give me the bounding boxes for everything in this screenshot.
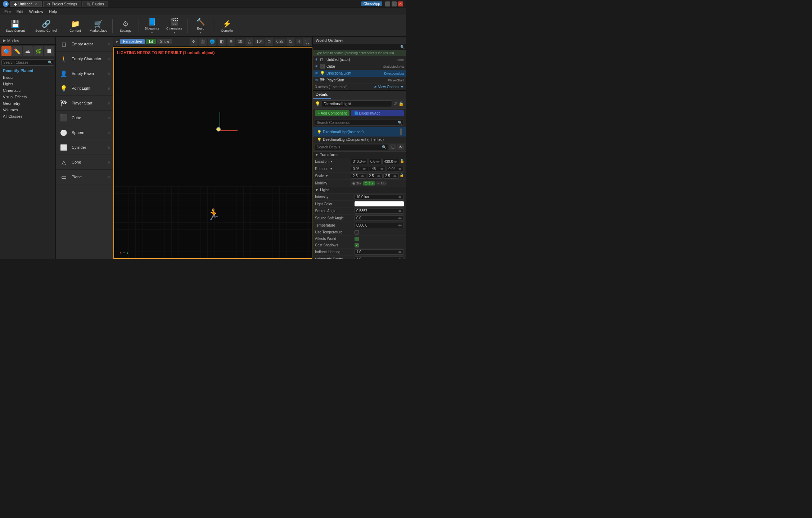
tab-untitled[interactable]: ◆ Untitled* ✕ — [10, 1, 42, 7]
place-item-empty-character[interactable]: 🚶 Empty Character ⊕ — [56, 52, 113, 66]
marketplace-button[interactable]: 🛒 Marketplace — [87, 17, 110, 35]
location-x-value[interactable]: 340.0 ◀▶ — [351, 159, 368, 164]
lit-button[interactable]: Lit — [146, 39, 156, 44]
place-item-plane[interactable]: ▭ Plane ⊕ — [56, 170, 113, 184]
source-angle-value[interactable]: 0.5357 ◀▶ — [355, 208, 404, 214]
details-search-container[interactable]: 🔍 — [315, 144, 388, 150]
mode-place-button[interactable]: 🔷 — [1, 46, 12, 56]
viewport-expand-icon[interactable]: ▼ — [115, 40, 119, 44]
transform-section-header[interactable]: ▼ Transform — [313, 152, 406, 158]
scale-z-value[interactable]: 2.5 ◀▶ — [383, 173, 399, 179]
tab-project-settings[interactable]: ⚙ Project Settings — [43, 1, 81, 7]
place-item-cone[interactable]: △ Cone ⊕ — [56, 155, 113, 170]
menu-help[interactable]: Help — [46, 9, 60, 14]
settings-button[interactable]: ⚙ Settings — [115, 17, 136, 35]
outliner-item-cube[interactable]: 👁 ⬛ Cube StaticMeshAct — [313, 63, 406, 70]
use-temperature-checkbox[interactable] — [355, 230, 359, 235]
scale-icon[interactable]: ⊡ — [265, 38, 273, 46]
details-name-input[interactable] — [322, 101, 392, 107]
save-current-button[interactable]: 💾 Save Current — [3, 17, 28, 35]
mode-foliage-button[interactable]: 🌿 — [33, 46, 44, 56]
outliner-item-untitled[interactable]: 👁 ◻ Untitled (actor) none — [313, 56, 406, 63]
details-tab[interactable]: Details — [313, 91, 331, 99]
source-soft-angle-value[interactable]: 0.0 ◀▶ — [355, 215, 404, 221]
place-item-cube[interactable]: ⬛ Cube ⊕ — [56, 111, 113, 125]
outliner-search-container[interactable]: 🔍 — [313, 44, 406, 50]
temperature-value[interactable]: 6500.0 ◀▶ — [355, 223, 404, 228]
mobility-stationary-button[interactable]: ⬡ Sta — [363, 181, 375, 186]
location-z-value[interactable]: 430.0 ◀▶ — [382, 159, 399, 164]
content-button[interactable]: 📁 Content — [64, 17, 86, 35]
viewport-3d[interactable]: LIGHTING NEEDS TO BE REBUILT (1 unbuilt … — [113, 47, 312, 259]
scrollbar[interactable] — [400, 128, 402, 135]
add-component-button[interactable]: + Add Component — [315, 110, 349, 116]
scale-lock-icon[interactable]: 🔒 — [400, 173, 404, 179]
outliner-item-directional-light[interactable]: 👁 💡 DirectionalLight DirectionalLig — [313, 70, 406, 77]
close-button[interactable]: ✕ — [398, 1, 403, 6]
category-visual-effects[interactable]: Visual Effects — [0, 94, 55, 100]
location-label[interactable]: Location ▼ — [315, 160, 351, 164]
eye-icon[interactable]: 👁 — [315, 58, 319, 62]
angle-icon[interactable]: △ — [245, 38, 253, 46]
details-search-input[interactable] — [317, 145, 382, 149]
perspective-button[interactable]: Perspective — [120, 39, 145, 44]
category-basic[interactable]: Basic — [0, 74, 55, 81]
scale-y-value[interactable]: 2.5 ◀▶ — [367, 173, 383, 179]
grid-size-value[interactable]: 10 — [236, 39, 244, 44]
menu-edit[interactable]: Edit — [14, 9, 26, 14]
reset-icon[interactable]: ↺ — [393, 101, 397, 106]
build-button[interactable]: 🔨 Build ▼ — [190, 17, 212, 35]
light-color-swatch[interactable] — [355, 201, 404, 206]
layers-icon[interactable]: ⧉ — [287, 38, 294, 46]
light-section-header[interactable]: ▼ Light — [313, 187, 406, 193]
rotation-y-value[interactable]: -45 ◀▶ — [369, 166, 386, 171]
location-lock-icon[interactable]: 🔓 — [400, 159, 404, 164]
compile-button[interactable]: ⚡ Compile — [216, 17, 238, 35]
mode-landscape-button[interactable]: ⛰ — [23, 46, 33, 56]
place-item-player-start[interactable]: 🏁 Player Start ⊕ — [56, 96, 113, 111]
place-item-cylinder[interactable]: ⬜ Cylinder ⊕ — [56, 140, 113, 155]
blueprints-button[interactable]: 📘 Blueprints ▼ — [141, 17, 163, 35]
rotation-label[interactable]: Rotation ▼ — [315, 167, 351, 171]
show-button[interactable]: Show — [157, 39, 172, 44]
blueprint-button[interactable]: 📘 Blueprint/Adc — [351, 110, 404, 116]
search-classes-container[interactable]: 🔍 — [1, 59, 54, 66]
place-item-sphere[interactable]: ⚪ Sphere ⊕ — [56, 125, 113, 140]
details-eye-icon[interactable]: 👁 — [397, 144, 404, 150]
view-options-button[interactable]: 👁 View Options ▼ — [374, 85, 404, 89]
mode-paint-button[interactable]: ✏️ — [12, 46, 22, 56]
recently-placed-header[interactable]: Recently Placed — [0, 67, 55, 74]
category-volumes[interactable]: Volumes — [0, 107, 55, 113]
component-item-directional-inherited[interactable]: 💡 DirectionalLightComponent (Inherited) — [313, 137, 406, 143]
tab-plugins[interactable]: 🔌 Plugins — [82, 1, 108, 7]
outliner-item-player-start[interactable]: 👁 🏁 PlayerStart PlayerStart — [313, 77, 406, 84]
eye-icon[interactable]: 👁 — [315, 78, 319, 82]
maximize-button[interactable]: □ — [392, 1, 397, 6]
affects-world-checkbox[interactable]: ✓ — [355, 237, 359, 241]
location-y-value[interactable]: 0.0 ◀▶ — [369, 159, 382, 164]
minimize-button[interactable]: — — [385, 1, 390, 6]
outliner-search-input[interactable] — [314, 45, 400, 49]
cast-shadows-checkbox[interactable]: ✓ — [355, 243, 359, 247]
place-item-point-light[interactable]: 💡 Point Light ⊕ — [56, 81, 113, 96]
menu-file[interactable]: File — [1, 9, 14, 14]
place-item-empty-pawn[interactable]: 👤 Empty Pawn ⊕ — [56, 66, 113, 81]
lock-icon[interactable]: 🔒 — [398, 101, 404, 106]
scale-x-value[interactable]: 2.5 ◀▶ — [351, 173, 366, 179]
translate-icon[interactable]: ✛ — [190, 38, 198, 46]
category-geometry[interactable]: Geometry — [0, 100, 55, 107]
category-lights[interactable]: Lights — [0, 81, 55, 87]
components-search-input[interactable] — [317, 121, 398, 125]
components-search-container[interactable]: 🔍 — [315, 120, 404, 126]
viewport-camera-icon[interactable]: 🎥 — [199, 38, 207, 46]
source-control-button[interactable]: 🔗 Source Control — [32, 17, 60, 35]
grid-icon[interactable]: ⊞ — [227, 38, 235, 46]
rotation-x-value[interactable]: 0.0° ◀▶ — [351, 166, 368, 171]
globe-icon[interactable]: 🌐 — [208, 38, 216, 46]
menu-window[interactable]: Window — [26, 9, 46, 14]
category-all-classes[interactable]: All Classes — [0, 113, 55, 120]
cinematics-button[interactable]: 🎬 Cinematics ▼ — [163, 17, 185, 35]
eye-icon[interactable]: 👁 — [315, 71, 319, 75]
mobility-movable-button[interactable]: ↔ Mo — [375, 181, 387, 186]
fullscreen-icon[interactable]: ⛶ — [303, 38, 311, 46]
